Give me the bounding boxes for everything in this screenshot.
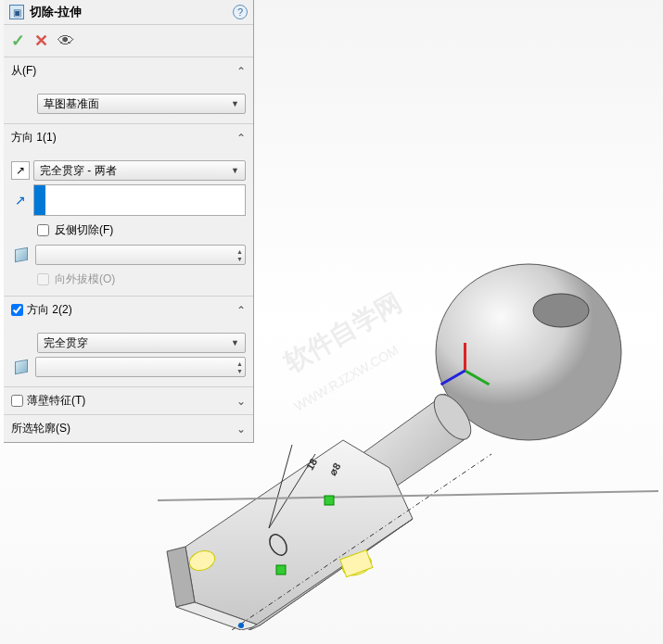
svg-point-13 [238,623,244,628]
flip-side-checkbox[interactable] [37,224,49,236]
section-direction2-label: 方向 2(2) [27,302,72,318]
svg-point-1 [533,294,589,327]
spinner-down[interactable]: ▼ [236,256,243,262]
draft2-icon [11,357,32,377]
direction1-end-condition-value: 完全贯穿 - 两者 [40,163,117,179]
direction2-end-condition-dropdown[interactable]: 完全贯穿 [37,333,246,353]
flip-side-label: 反侧切除(F) [55,222,113,238]
svg-rect-11 [325,496,334,505]
section-selected-contours: 所选轮廓(S) ⌄ [4,414,253,442]
section-direction2-header[interactable]: 方向 2(2) ⌃ [4,297,253,323]
reverse-direction-button[interactable]: ↗ [11,161,30,180]
section-from-header[interactable]: 从(F) ⌃ [4,57,253,84]
draft-angle-input[interactable]: ▲▼ [35,245,246,265]
spinner-down[interactable]: ▼ [236,368,243,374]
property-manager-panel: ▣ 切除-拉伸 ? ✓ ✕ 👁 从(F) ⌃ 草图基准面 方向 1(1) ⌃ [4,0,254,443]
direction2-enable-checkbox[interactable] [11,304,23,316]
collapse-icon: ⌃ [236,65,246,78]
from-plane-value: 草图基准面 [44,96,99,112]
preview-button[interactable]: 👁 [57,32,74,51]
section-direction1-label: 方向 1(1) [11,130,57,145]
collapse-icon: ⌃ [236,132,246,145]
section-direction2: 方向 2(2) ⌃ 完全贯穿 ▲▼ [4,296,253,386]
draft-icon [11,245,32,265]
direction1-end-condition-dropdown[interactable]: 完全贯穿 - 两者 [33,160,246,181]
draft2-angle-input[interactable]: ▲▼ [35,357,246,377]
triad-z-axis [464,343,466,371]
action-bar: ✓ ✕ 👁 [4,25,253,57]
direction1-vector-selection[interactable] [33,184,246,216]
panel-title: 切除-拉伸 [30,4,233,20]
collapse-icon: ⌄ [236,395,246,408]
section-from: 从(F) ⌃ 草图基准面 [4,57,253,123]
thin-feature-label: 薄壁特征(T) [27,393,85,409]
cancel-button[interactable]: ✕ [34,31,48,51]
collapse-icon: ⌄ [236,423,246,436]
thin-feature-checkbox[interactable] [11,395,23,407]
collapse-icon: ⌃ [236,304,246,317]
spinner-up[interactable]: ▲ [236,360,243,367]
section-thin-feature: 薄壁特征(T) ⌄ [4,386,253,414]
draft-outward-label: 向外拔模(O) [55,271,115,287]
selection-highlight [34,185,45,215]
draft-outward-checkbox [37,273,49,285]
section-selected-contours-header[interactable]: 所选轮廓(S) ⌄ [4,415,253,442]
spinner-up[interactable]: ▲ [236,248,243,255]
panel-header: ▣ 切除-拉伸 ? [4,0,253,25]
section-thin-feature-header[interactable]: 薄壁特征(T) ⌄ [4,387,253,414]
direction-vector-icon: ↗ [11,191,30,209]
direction2-end-condition-value: 完全贯穿 [44,335,88,351]
cut-extrude-icon: ▣ [9,5,24,19]
help-icon[interactable]: ? [233,5,248,19]
from-plane-dropdown[interactable]: 草图基准面 [37,94,246,114]
selected-contours-label: 所选轮廓(S) [11,421,70,436]
ok-button[interactable]: ✓ [11,31,25,51]
section-direction1: 方向 1(1) ⌃ ↗ 完全贯穿 - 两者 ↗ 反侧切除(F) [4,123,253,296]
section-direction1-header[interactable]: 方向 1(1) ⌃ [4,124,253,151]
svg-rect-12 [276,565,286,575]
section-from-label: 从(F) [11,63,36,79]
svg-line-10 [158,491,658,500]
